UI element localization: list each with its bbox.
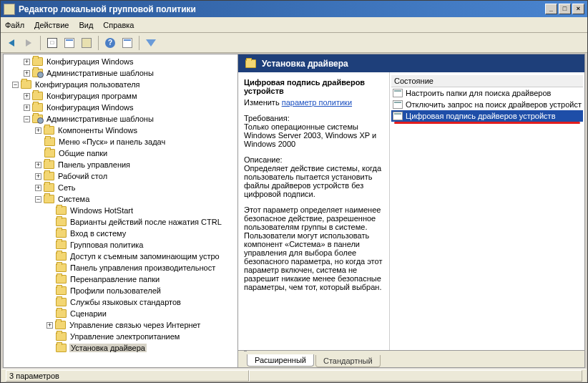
- edit-policy-link[interactable]: параметр политики: [282, 98, 352, 107]
- tree-item-power-mgmt[interactable]: Управление электропитанием: [4, 331, 237, 342]
- column-header-state[interactable]: Состояние: [391, 75, 583, 87]
- expand-icon[interactable]: +: [35, 127, 41, 134]
- tree-item-start-menu[interactable]: Меню «Пуск» и панель задач: [4, 136, 237, 147]
- requirements-text: Только операционные системы Windows Serv…: [244, 122, 376, 148]
- collapse-icon[interactable]: −: [24, 116, 30, 122]
- folder-icon: [44, 160, 54, 169]
- content-header: Установка драйвера: [238, 54, 584, 72]
- arrow-left-icon: [9, 39, 14, 47]
- folder-icon: [56, 309, 67, 318]
- tree-item-network[interactable]: +Сеть: [4, 182, 237, 193]
- tab-standard[interactable]: Стандартный: [315, 355, 381, 367]
- expand-icon[interactable]: +: [46, 322, 53, 329]
- menu-view[interactable]: Вид: [79, 21, 93, 29]
- tree-item-config-windows[interactable]: +Конфигурация Windows: [4, 56, 237, 67]
- tree-item-programs-config[interactable]: +Конфигурация программ: [4, 90, 237, 102]
- settings-list[interactable]: Состояние Настроить папки для поиска дра…: [390, 72, 584, 350]
- list-item[interactable]: Отключить запрос на поиск драйверов устр…: [391, 99, 583, 110]
- filter-button[interactable]: [143, 35, 159, 51]
- tree-item-removable[interactable]: Доступ к съемным запоминающим устро: [4, 251, 237, 262]
- description-text1: Определяет действие системы, когда польз…: [244, 164, 381, 198]
- expand-icon[interactable]: +: [24, 59, 30, 65]
- list-item[interactable]: Настроить папки для поиска драйверов: [391, 87, 583, 99]
- app-icon: [4, 4, 15, 15]
- folder-icon: [44, 149, 55, 157]
- tree-item-desktop[interactable]: +Рабочий стол: [4, 170, 237, 182]
- menu-action[interactable]: Действие: [34, 21, 69, 29]
- export-button[interactable]: [79, 35, 94, 51]
- highlight-underline: [394, 122, 580, 124]
- collapse-icon[interactable]: −: [35, 196, 41, 203]
- folder-icon: [56, 229, 67, 238]
- folder-icon: [56, 206, 67, 215]
- maximize-button[interactable]: □: [559, 4, 571, 14]
- toolbar: □ ?: [1, 33, 587, 53]
- folder-icon: [32, 103, 43, 112]
- list-item-selected[interactable]: Цифровая подпись драйверов устройств: [391, 110, 583, 122]
- folder-icon: [56, 263, 67, 272]
- collapse-icon[interactable]: −: [12, 82, 19, 88]
- up-button[interactable]: □: [44, 35, 60, 51]
- edit-label: Изменить: [244, 98, 280, 107]
- folder-icon: [55, 321, 66, 329]
- tree-item-windows-config[interactable]: +Конфигурация Windows: [4, 102, 237, 113]
- title-bar: Редактор локальной групповой политики _ …: [1, 1, 587, 17]
- options-icon: [122, 38, 132, 48]
- tree-item-admin-templates2[interactable]: −Административные шаблоны: [4, 113, 237, 125]
- tree-item-hotstart[interactable]: Windows HotStart: [4, 205, 237, 216]
- tree-item-driver-install[interactable]: Установка драйвера: [4, 342, 237, 354]
- back-button[interactable]: [4, 35, 19, 51]
- folder-icon: [44, 137, 55, 146]
- status-bar: 3 параметров: [1, 369, 587, 382]
- folder-icon: [56, 275, 67, 283]
- menu-help[interactable]: Справка: [103, 21, 134, 29]
- forward-button[interactable]: [21, 35, 36, 51]
- tree-item-folder-redirect[interactable]: Перенаправление папки: [4, 273, 237, 285]
- tree-item-user-config[interactable]: −Конфигурация пользователя: [4, 79, 237, 90]
- tab-extended[interactable]: Расширенный: [247, 354, 314, 367]
- minimize-button[interactable]: _: [545, 4, 557, 14]
- properties-icon: [64, 38, 74, 48]
- folder-gear-icon: [32, 115, 43, 123]
- folder-icon: [56, 332, 67, 341]
- tree-item-ctrl-actions[interactable]: Варианты действий после нажатия CTRL: [4, 216, 237, 228]
- status-spacer: [249, 370, 582, 382]
- folder-gear-icon: [32, 69, 43, 77]
- close-button[interactable]: ×: [572, 4, 584, 14]
- expand-icon[interactable]: +: [35, 162, 41, 168]
- tree-item-group-policy[interactable]: Групповая политика: [4, 239, 237, 251]
- tree-item-admin-templates[interactable]: +Административные шаблоны: [4, 67, 237, 79]
- folder-icon: [44, 126, 54, 135]
- detail-column: Цифровая подпись драйверов устройств Изм…: [238, 72, 390, 350]
- menu-file[interactable]: Файл: [5, 21, 24, 29]
- policy-icon: [393, 112, 403, 120]
- tree-item-perf-panel[interactable]: Панель управления производительност: [4, 262, 237, 273]
- expand-icon[interactable]: +: [35, 185, 41, 191]
- policy-icon: [393, 100, 403, 109]
- tree-item-logon[interactable]: Вход в систему: [4, 228, 237, 239]
- properties-button[interactable]: [62, 35, 77, 51]
- folder-icon: [56, 344, 67, 352]
- expand-icon[interactable]: +: [24, 70, 30, 77]
- content-pane: Установка драйвера Цифровая подпись драй…: [238, 54, 585, 368]
- expand-icon[interactable]: +: [35, 173, 41, 180]
- tree-item-shared-folders[interactable]: Общие папки: [4, 147, 237, 159]
- help-button[interactable]: ?: [102, 35, 118, 51]
- tree-item-windows-components[interactable]: +Компоненты Windows: [4, 125, 237, 136]
- expand-icon[interactable]: +: [24, 93, 30, 100]
- tree-pane[interactable]: +Конфигурация Windows +Административные …: [3, 54, 238, 368]
- folder-icon: [56, 252, 67, 261]
- tree-item-user-profiles[interactable]: Профили пользователей: [4, 285, 237, 296]
- folder-icon: [56, 286, 67, 295]
- policy-icon: [393, 89, 403, 97]
- tree-item-system[interactable]: −Система: [4, 193, 237, 205]
- tree-item-internet-comm[interactable]: +Управление связью через Интернет: [4, 319, 237, 331]
- expand-icon[interactable]: +: [24, 105, 30, 111]
- tree-item-control-panel[interactable]: +Панель управления: [4, 159, 237, 170]
- tree-item-locale-services[interactable]: Службы языковых стандартов: [4, 296, 237, 308]
- tree-item-scripts[interactable]: Сценарии: [4, 308, 237, 319]
- folder-icon: [44, 195, 54, 203]
- arrow-right-icon: [26, 39, 31, 47]
- options-button[interactable]: [119, 35, 135, 51]
- help-icon: ?: [105, 38, 115, 48]
